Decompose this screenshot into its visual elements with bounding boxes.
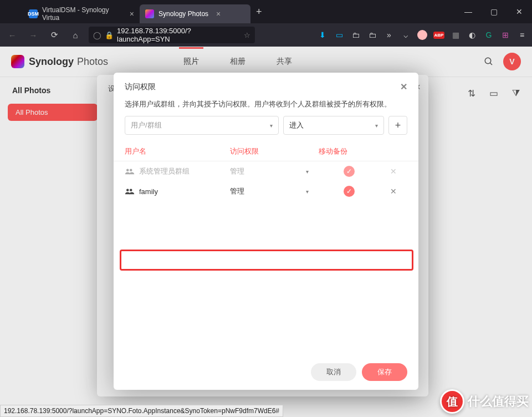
ext-media-icon[interactable]: ▭	[334, 29, 345, 40]
col-permission: 访问权限	[230, 147, 319, 156]
save-button[interactable]: 保存	[362, 363, 407, 381]
tab-synology-photos[interactable]: Synology Photos ×	[140, 4, 250, 23]
tab-virtualdsm[interactable]: DSM VirtualDSM - Synology Virtua ×	[23, 4, 140, 23]
remove-row-icon[interactable]: ✕	[390, 187, 397, 196]
table-row: 系统管理员群组 管理▾ ✓ ✕	[114, 161, 418, 181]
hamburger-menu-icon[interactable]: ≡	[516, 29, 528, 40]
col-username: 用户名	[125, 147, 230, 156]
modal-close-icon[interactable]: ✕	[400, 82, 407, 92]
ext-avatar-icon[interactable]	[417, 29, 428, 40]
col-backup: 移动备份	[319, 147, 380, 156]
close-window-button[interactable]: ✕	[507, 0, 532, 23]
browser-toolbar: ← → ⟳ ⌂ ◯ 🔒 192.168.78.139:5000/?launchA…	[0, 23, 532, 47]
ext-misc-icon[interactable]: ▦	[450, 29, 461, 40]
ext-panda-icon[interactable]: ◐	[467, 29, 478, 40]
modal-description: 选择用户或群组，并向其授予访问权限。用户将收到个人及群组被授予的所有权限。	[114, 98, 418, 116]
row-permission-select: 管理▾	[230, 166, 319, 176]
group-icon	[125, 167, 135, 175]
ext-folder2-icon[interactable]: 🗀	[367, 29, 378, 40]
add-button[interactable]: +	[388, 116, 407, 135]
url-bar[interactable]: ◯ 🔒 192.168.78.139:5000/?launchApp=SYN ☆	[89, 27, 255, 43]
url-text: 192.168.78.139:5000/?launchApp=SYN	[117, 27, 241, 43]
ext-grid-icon[interactable]: ⊞	[500, 29, 511, 40]
back-button[interactable]: ←	[4, 27, 20, 43]
table-header: 用户名 访问权限 移动备份	[114, 143, 418, 161]
user-group-select[interactable]: 用户/群组	[125, 116, 279, 135]
bookmark-star-icon[interactable]: ☆	[244, 31, 250, 39]
pocket-icon[interactable]: ⌵	[400, 29, 411, 40]
ext-g-icon[interactable]: G	[483, 29, 494, 40]
watermark: 值 什么值得买	[440, 389, 529, 414]
new-tab-button[interactable]: +	[250, 6, 268, 18]
access-permission-modal: 访问权限 ✕ 选择用户或群组，并向其授予访问权限。用户将收到个人及群组被授予的所…	[114, 73, 418, 390]
tab-close-icon[interactable]: ×	[130, 9, 134, 18]
favicon-photos	[145, 9, 154, 18]
overflow-icon[interactable]: »	[383, 29, 395, 40]
favicon-dsm: DSM	[29, 9, 38, 18]
lock-icon: 🔒	[105, 31, 114, 39]
permission-select[interactable]: 进入	[283, 116, 384, 135]
tab-close-icon[interactable]: ×	[216, 9, 221, 18]
shield-icon: ◯	[93, 31, 101, 39]
group-icon	[125, 187, 135, 195]
minimize-button[interactable]: —	[456, 0, 481, 23]
svg-point-4	[126, 189, 129, 192]
backup-check-icon[interactable]: ✓	[344, 186, 355, 197]
watermark-text: 什么值得买	[468, 393, 529, 410]
forward-button[interactable]: →	[25, 27, 41, 43]
chevron-down-icon: ▾	[306, 169, 309, 175]
reload-button[interactable]: ⟳	[47, 27, 62, 43]
remove-row-icon: ✕	[390, 167, 397, 176]
tab-title: Synology Photos	[158, 10, 208, 18]
chevron-down-icon: ▾	[306, 189, 309, 195]
home-button[interactable]: ⌂	[68, 27, 83, 43]
svg-point-2	[126, 169, 129, 172]
tab-title: VirtualDSM - Synology Virtua	[42, 6, 122, 22]
svg-point-5	[130, 189, 132, 192]
svg-point-3	[130, 169, 132, 172]
row-username: family	[139, 187, 158, 196]
cancel-button[interactable]: 取消	[311, 363, 356, 381]
table-row: family 管理▾ ✓ ✕	[114, 181, 418, 201]
backup-check-icon: ✓	[344, 166, 355, 177]
window-controls: — ▢ ✕	[456, 0, 532, 23]
modal-title: 访问权限	[125, 82, 156, 92]
browser-titlebar: DSM VirtualDSM - Synology Virtua × Synol…	[0, 0, 532, 23]
status-bar: 192.168.78.139:5000/?launchApp=SYNO.Foto…	[0, 405, 283, 417]
maximize-button[interactable]: ▢	[481, 0, 507, 23]
row-permission-select[interactable]: 管理▾	[230, 186, 319, 196]
download-icon[interactable]: ⬇	[317, 29, 328, 40]
ext-folder-icon[interactable]: 🗀	[350, 29, 361, 40]
watermark-badge-icon: 值	[440, 389, 464, 414]
row-username: 系统管理员群组	[139, 166, 190, 176]
adblock-icon[interactable]: ABP	[433, 29, 444, 40]
